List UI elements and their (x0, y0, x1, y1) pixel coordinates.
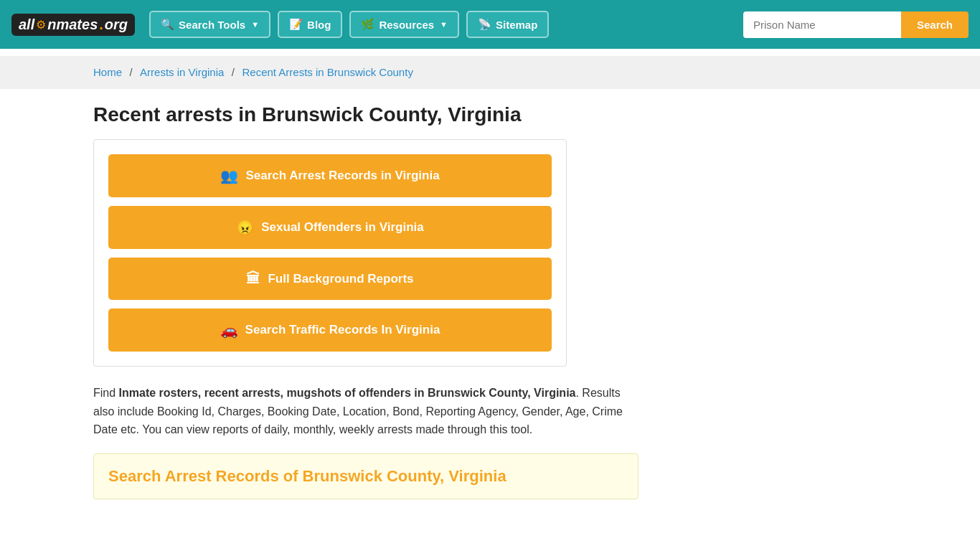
sexual-offenders-icon: 😠 (236, 219, 254, 236)
logo-gear-icon: ⚙ (36, 18, 46, 32)
breadcrumb-sep-2: / (232, 66, 235, 78)
page-title: Recent arrests in Brunswick County, Virg… (93, 103, 887, 126)
full-background-reports-button[interactable]: 🏛 Full Background Reports (108, 258, 552, 300)
blog-label: Blog (307, 19, 331, 31)
search-arrest-records-button[interactable]: 👥 Search Arrest Records in Virginia (108, 154, 552, 197)
sitemap-icon: 📡 (478, 18, 491, 31)
search-arrest-records-label: Search Arrest Records in Virginia (245, 169, 439, 183)
search-tools-button[interactable]: 🔍 Search Tools ▼ (149, 11, 270, 38)
background-reports-icon: 🏛 (246, 270, 260, 287)
breadcrumb-arrests-link[interactable]: Arrests in Virginia (140, 66, 224, 78)
full-background-reports-label: Full Background Reports (268, 272, 413, 286)
breadcrumb-home-link[interactable]: Home (93, 66, 122, 78)
logo-inmates-text: nmates (47, 17, 98, 33)
blog-icon: 📝 (289, 18, 303, 31)
resources-button[interactable]: 🌿 Resources ▼ (349, 11, 459, 38)
logo[interactable]: all ⚙ nmates . org (11, 14, 135, 36)
traffic-records-icon: 🚗 (220, 321, 238, 339)
prison-search: Search (743, 11, 969, 38)
resources-label: Resources (379, 19, 434, 31)
search-tools-label: Search Tools (179, 19, 245, 31)
blog-button[interactable]: 📝 Blog (278, 11, 342, 38)
search-tools-caret-icon: ▼ (251, 20, 259, 29)
prison-name-input[interactable] (743, 11, 901, 38)
main-content: Recent arrests in Brunswick County, Virg… (0, 89, 980, 528)
description-paragraph: Find Inmate rosters, recent arrests, mug… (93, 384, 639, 439)
sexual-offenders-button[interactable]: 😠 Sexual Offenders in Virginia (108, 206, 552, 249)
resources-icon: 🌿 (361, 18, 374, 31)
search-traffic-records-label: Search Traffic Records In Virginia (245, 323, 440, 337)
breadcrumb-sep-1: / (129, 66, 132, 78)
search-records-title: Search Arrest Records of Brunswick Count… (108, 467, 623, 486)
logo-all-text: all (19, 17, 34, 33)
sitemap-button[interactable]: 📡 Sitemap (466, 11, 549, 38)
prison-search-label: Search (917, 19, 953, 31)
description-bold: Inmate rosters, recent arrests, mugshots… (119, 387, 576, 399)
arrest-records-icon: 👥 (220, 167, 238, 184)
navbar: all ⚙ nmates . org 🔍 Search Tools ▼ 📝 Bl… (0, 0, 980, 49)
resources-caret-icon: ▼ (440, 20, 448, 29)
sexual-offenders-label: Sexual Offenders in Virginia (261, 220, 423, 235)
sitemap-label: Sitemap (496, 19, 537, 31)
logo-dot-text: . (99, 17, 103, 33)
search-traffic-records-button[interactable]: 🚗 Search Traffic Records In Virginia (108, 309, 552, 352)
action-buttons-panel: 👥 Search Arrest Records in Virginia 😠 Se… (93, 139, 567, 367)
breadcrumb-current: Recent Arrests in Brunswick County (242, 66, 413, 78)
breadcrumb: Home / Arrests in Virginia / Recent Arre… (0, 56, 980, 89)
logo-org-text: org (105, 17, 128, 33)
search-tools-icon: 🔍 (161, 18, 174, 31)
description-pre: Find (93, 387, 119, 399)
search-records-section: Search Arrest Records of Brunswick Count… (93, 453, 639, 499)
prison-search-button[interactable]: Search (901, 11, 969, 38)
